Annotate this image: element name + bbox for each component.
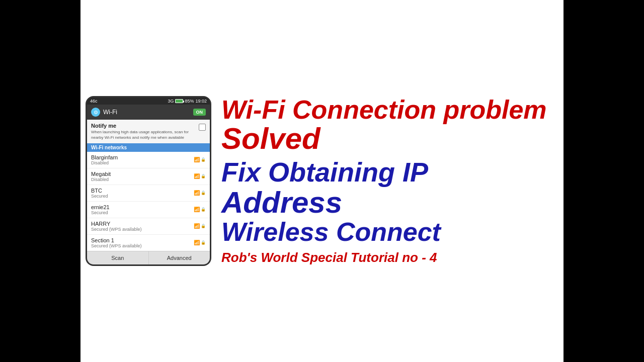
network-name: Blarginfarn: [91, 154, 118, 160]
wifi-waves: 📶: [194, 157, 200, 162]
battery-icon: [175, 99, 183, 103]
notify-text: Notify me When launching high data usage…: [91, 123, 196, 140]
phone-bottom-buttons: Scan Advanced: [87, 251, 210, 264]
network-info: Megabit Disabled: [91, 171, 111, 182]
signal-strength: 46c: [90, 99, 98, 104]
network-item-ernie21[interactable]: ernie21 Secured 📶 🔒: [87, 202, 210, 218]
notify-title: Notify me: [91, 123, 196, 129]
network-status: Disabled: [91, 177, 111, 182]
lock-icon: 🔒: [201, 174, 206, 178]
wifi-signal-icon: 📶 🔒: [194, 207, 206, 212]
wifi-label: Wi-Fi: [103, 109, 117, 116]
subtitle-block: Fix Obtaining IP Address Wireless Connec…: [221, 158, 553, 245]
network-status: Secured (WPS available): [91, 227, 142, 232]
network-name: HARRY: [91, 221, 142, 227]
main-content: 46c 3G 85% 19:02 ⚙ Wi-Fi ON: [80, 0, 564, 362]
wifi-waves: 📶: [194, 190, 200, 196]
wifi-waves: 📶: [194, 173, 200, 179]
wifi-header: ⚙ Wi-Fi ON: [87, 105, 210, 120]
network-info: HARRY Secured (WPS available): [91, 221, 142, 232]
network-item-btc[interactable]: BTC Secured 📶 🔒: [87, 185, 210, 202]
wifi-signal-icon: 📶 🔒: [194, 157, 206, 162]
right-letterbox: [564, 0, 644, 362]
phone-mockup: 46c 3G 85% 19:02 ⚙ Wi-Fi ON: [86, 96, 211, 266]
footer-line: Rob's World Special Tutorial no - 4: [221, 250, 553, 265]
wifi-waves: 📶: [194, 223, 200, 229]
wireless-line: Wireless Connect: [221, 218, 553, 246]
network-name: ernie21: [91, 204, 110, 210]
title-line1: Wi-Fi Connection problem: [221, 97, 553, 123]
advanced-button[interactable]: Advanced: [149, 251, 210, 264]
wifi-signal-icon: 📶 🔒: [194, 223, 206, 229]
wifi-signal-icon: 📶 🔒: [194, 190, 206, 196]
network-status: Secured (WPS available): [91, 243, 142, 248]
network-status: Disabled: [91, 160, 118, 165]
networks-header: Wi-Fi networks: [87, 143, 210, 152]
wifi-toggle[interactable]: ON: [193, 109, 206, 116]
network-info: BTC Secured: [91, 188, 108, 199]
title-line2: Solved: [221, 124, 553, 154]
wifi-signal-icon: 📶 🔒: [194, 173, 206, 179]
notify-description: When launching high data usage applicati…: [91, 130, 196, 140]
network-type: 3G: [168, 99, 174, 104]
lock-icon: 🔒: [201, 191, 206, 195]
left-letterbox: [0, 0, 80, 362]
status-right: 3G 85% 19:02: [168, 99, 207, 104]
fix-line: Fix Obtaining IP: [221, 158, 553, 187]
network-info: Blarginfarn Disabled: [91, 154, 118, 165]
text-section: Wi-Fi Connection problem Solved Fix Obta…: [216, 0, 564, 362]
wifi-header-left: ⚙ Wi-Fi: [91, 108, 117, 117]
network-info: Section 1 Secured (WPS available): [91, 237, 142, 248]
network-item-blarginfarn[interactable]: Blarginfarn Disabled 📶 🔒: [87, 152, 210, 168]
settings-icon: ⚙: [91, 108, 100, 117]
notify-section: Notify me When launching high data usage…: [87, 120, 210, 143]
scan-button[interactable]: Scan: [87, 251, 149, 264]
network-name: Megabit: [91, 171, 111, 177]
network-status: Secured: [91, 210, 110, 215]
battery-pct: 85%: [185, 99, 194, 104]
wifi-signal-icon: 📶 🔒: [194, 240, 206, 245]
lock-icon: 🔒: [201, 240, 206, 245]
gear-glyph: ⚙: [94, 110, 98, 115]
status-bar: 46c 3G 85% 19:02: [87, 98, 210, 105]
network-item-megabit[interactable]: Megabit Disabled 📶 🔒: [87, 168, 210, 185]
network-name: BTC: [91, 188, 108, 194]
notify-checkbox[interactable]: [199, 124, 206, 131]
address-line: Address: [221, 187, 553, 218]
lock-icon: 🔒: [201, 207, 206, 212]
network-item-section1[interactable]: Section 1 Secured (WPS available) 📶 🔒: [87, 235, 210, 251]
phone-section: 46c 3G 85% 19:02 ⚙ Wi-Fi ON: [80, 0, 216, 362]
network-status: Secured: [91, 194, 108, 199]
wifi-waves: 📶: [194, 207, 200, 212]
lock-icon: 🔒: [201, 224, 206, 228]
network-info: ernie21 Secured: [91, 204, 110, 215]
network-list: Blarginfarn Disabled 📶 🔒 Megabit Disable…: [87, 152, 210, 251]
lock-icon: 🔒: [201, 157, 206, 162]
network-item-harry[interactable]: HARRY Secured (WPS available) 📶 🔒: [87, 218, 210, 235]
time-display: 19:02: [195, 99, 207, 104]
network-name: Section 1: [91, 237, 142, 243]
status-left: 46c: [90, 99, 98, 104]
wifi-waves: 📶: [194, 240, 200, 245]
